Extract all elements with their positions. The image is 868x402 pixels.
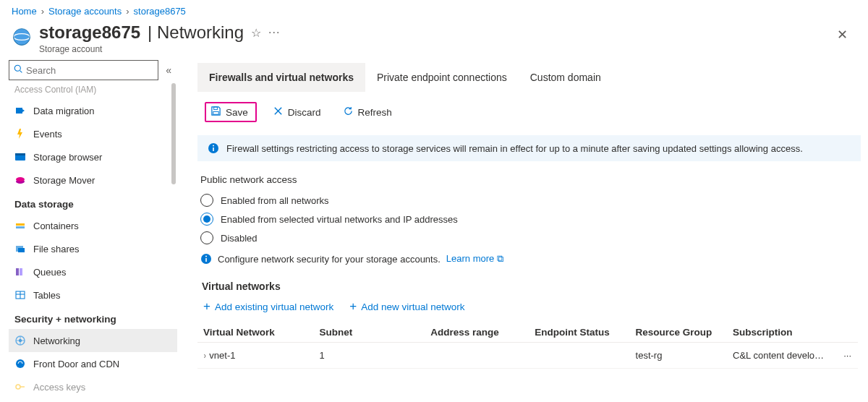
- breadcrumb-storage-accounts[interactable]: Storage accounts: [48, 6, 122, 17]
- svg-rect-33: [205, 258, 207, 262]
- collapse-sidebar-button[interactable]: «: [163, 61, 174, 79]
- queues-icon: [14, 266, 26, 278]
- table-header: Virtual Network Subnet Address range End…: [197, 322, 858, 343]
- discard-label: Discard: [288, 107, 321, 118]
- sidebar-item-label: Storage browser: [33, 152, 102, 163]
- sidebar-scrollbar[interactable]: [171, 83, 176, 184]
- sidebar-section-security-networking: Security + networking: [9, 307, 177, 329]
- col-subscription: Subscription: [733, 327, 837, 338]
- storage-account-icon: [12, 27, 32, 47]
- search-icon: [14, 64, 23, 76]
- svg-rect-14: [20, 268, 22, 275]
- access-keys-icon: [14, 381, 26, 393]
- sidebar: « Access Control (IAM) Data migration Ev…: [0, 60, 177, 402]
- sidebar-item-front-door-cdn[interactable]: Front Door and CDN: [9, 352, 177, 375]
- page-title-section: | Networking: [148, 22, 244, 43]
- learn-more-link[interactable]: Learn more ⧉: [446, 253, 503, 265]
- sidebar-item-access-control[interactable]: Access Control (IAM): [9, 83, 177, 99]
- radio-label: Disabled: [221, 233, 258, 244]
- discard-button[interactable]: Discard: [267, 103, 327, 121]
- sidebar-item-storage-mover[interactable]: Storage Mover: [9, 168, 177, 192]
- more-menu-icon[interactable]: ···: [268, 26, 280, 39]
- radio-label: Enabled from all networks: [221, 195, 329, 206]
- svg-rect-30: [213, 147, 214, 151]
- sidebar-item-file-shares[interactable]: File shares: [9, 237, 177, 260]
- cell-resource-group: test-rg: [636, 350, 733, 361]
- radio-label: Enabled from selected virtual networks a…: [221, 214, 458, 225]
- sidebar-item-networking[interactable]: Networking: [9, 329, 177, 352]
- table-row[interactable]: ›vnet-1 1 test-rg C&L content develo… ··…: [197, 343, 858, 369]
- file-shares-icon: [14, 243, 26, 255]
- config-security-text: Configure network security for your stor…: [218, 254, 441, 265]
- save-icon: [210, 106, 221, 119]
- svg-point-3: [14, 65, 20, 71]
- sidebar-item-storage-browser[interactable]: Storage browser: [9, 145, 177, 168]
- svg-point-31: [213, 145, 214, 147]
- networking-icon: [14, 335, 26, 346]
- sidebar-search[interactable]: [9, 60, 158, 80]
- close-blade-button[interactable]: ✕: [828, 22, 856, 47]
- plus-icon: +: [203, 299, 210, 314]
- sidebar-item-label: Events: [33, 129, 62, 140]
- radio-enabled-all[interactable]: Enabled from all networks: [197, 191, 868, 210]
- tab-custom-domain[interactable]: Custom domain: [519, 63, 613, 92]
- front-door-icon: [14, 358, 26, 369]
- breadcrumb-storage8675[interactable]: storage8675: [134, 6, 186, 17]
- radio-icon: [200, 231, 213, 244]
- external-link-icon: ⧉: [497, 253, 503, 264]
- tab-firewalls-vnets[interactable]: Firewalls and virtual networks: [197, 63, 365, 92]
- expand-row-icon[interactable]: ›: [204, 350, 206, 361]
- svg-rect-26: [213, 111, 219, 114]
- col-virtual-network: Virtual Network: [197, 327, 319, 338]
- refresh-icon: [343, 106, 354, 119]
- sidebar-item-access-keys[interactable]: Access keys: [9, 375, 177, 398]
- page-title: storage8675: [39, 22, 140, 43]
- add-new-vnet-button[interactable]: + Add new virtual network: [349, 299, 464, 314]
- events-icon: [14, 128, 26, 140]
- radio-enabled-selected[interactable]: Enabled from selected virtual networks a…: [197, 210, 868, 228]
- info-icon: [200, 253, 212, 265]
- sidebar-item-label: Storage Mover: [33, 175, 95, 186]
- containers-icon: [14, 220, 26, 231]
- sidebar-section-data-storage: Data storage: [9, 192, 177, 214]
- refresh-button[interactable]: Refresh: [337, 103, 398, 121]
- cell-vnet-name: vnet-1: [209, 350, 235, 361]
- virtual-networks-heading: Virtual networks: [202, 281, 868, 292]
- sidebar-item-label: Queues: [33, 267, 67, 278]
- svg-rect-6: [15, 153, 25, 155]
- favorite-star-icon[interactable]: ☆: [251, 26, 261, 40]
- add-existing-vnet-button[interactable]: + Add existing virtual network: [203, 299, 333, 314]
- svg-point-23: [16, 385, 20, 389]
- save-button[interactable]: Save: [205, 102, 257, 122]
- storage-mover-icon: [14, 174, 26, 186]
- sidebar-item-label: File shares: [33, 244, 80, 255]
- radio-icon: [200, 194, 213, 207]
- public-network-access-label: Public network access: [200, 174, 868, 185]
- col-subnet: Subnet: [319, 327, 430, 338]
- vnet-table: Virtual Network Subnet Address range End…: [197, 322, 858, 369]
- sidebar-item-queues[interactable]: Queues: [9, 260, 177, 283]
- tab-private-endpoints[interactable]: Private endpoint connections: [365, 63, 519, 92]
- svg-rect-10: [16, 226, 25, 228]
- save-label: Save: [226, 107, 248, 118]
- sidebar-search-input[interactable]: [26, 65, 153, 76]
- info-banner-text: Firewall settings restricting access to …: [226, 143, 803, 154]
- discard-icon: [273, 106, 284, 119]
- row-more-button[interactable]: ···: [837, 350, 858, 361]
- page-header: storage8675 | Networking ☆ ··· Storage a…: [0, 20, 868, 60]
- sidebar-item-label: Tables: [33, 290, 61, 301]
- breadcrumb: Home › Storage accounts › storage8675: [0, 0, 868, 20]
- sidebar-item-tables[interactable]: Tables: [9, 283, 177, 307]
- refresh-label: Refresh: [358, 107, 392, 118]
- radio-disabled[interactable]: Disabled: [197, 228, 868, 247]
- breadcrumb-sep: ›: [41, 6, 44, 17]
- svg-point-22: [16, 359, 25, 368]
- sidebar-item-events[interactable]: Events: [9, 122, 177, 145]
- breadcrumb-sep: ›: [126, 6, 129, 17]
- tabs: Firewalls and virtual networks Private e…: [197, 63, 868, 92]
- col-endpoint-status: Endpoint Status: [535, 327, 635, 338]
- sidebar-item-containers[interactable]: Containers: [9, 214, 177, 237]
- breadcrumb-home[interactable]: Home: [12, 6, 37, 17]
- sidebar-item-data-migration[interactable]: Data migration: [9, 99, 177, 122]
- cell-subnet: 1: [319, 350, 430, 361]
